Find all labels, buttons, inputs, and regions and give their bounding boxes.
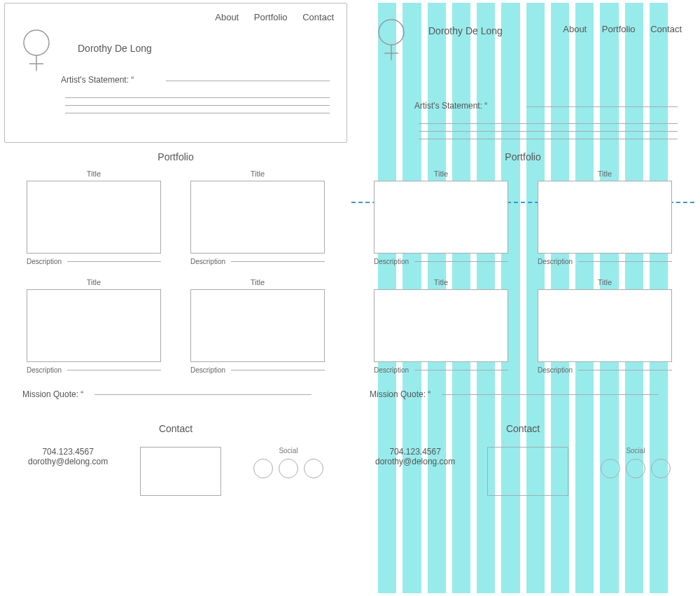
map-placeholder[interactable] <box>487 447 568 496</box>
nav-about[interactable]: About <box>215 12 239 22</box>
contact-phone: 704.123.4567 <box>375 447 455 457</box>
card-title: Title <box>190 169 325 178</box>
map-placeholder[interactable] <box>140 447 221 496</box>
card-description-label: Description <box>190 366 225 374</box>
text-rule <box>67 370 161 370</box>
svg-point-3 <box>379 20 404 45</box>
contact-heading: Contact <box>4 423 347 434</box>
social-label: Social <box>253 447 323 455</box>
artist-statement-label: Artist's Statement: “ <box>61 75 134 85</box>
contact-email: dorothy@delong.com <box>375 457 455 466</box>
portfolio-card: Title Description <box>190 169 325 265</box>
contact-row: 704.123.4567 dorothy@delong.com Social <box>4 434 347 496</box>
text-rule <box>414 370 508 370</box>
card-description-label: Description <box>190 258 225 265</box>
portfolio-card: Title Description <box>190 278 325 374</box>
text-rule <box>419 123 678 124</box>
portfolio-card: Title Description <box>374 278 508 374</box>
text-rule <box>65 97 330 98</box>
contact-email: dorothy@delong.com <box>28 457 108 466</box>
card-title: Title <box>538 169 672 178</box>
mission-quote-label: Mission Quote: “ <box>370 389 430 399</box>
nav-portfolio[interactable]: Portfolio <box>254 12 288 22</box>
portfolio-card: Title Description <box>374 169 508 265</box>
text-rule <box>578 370 672 370</box>
top-nav: About Portfolio Contact <box>550 24 682 34</box>
text-rule <box>67 261 161 262</box>
portfolio-card: Title Description <box>27 278 161 374</box>
mission-quote-row: Mission Quote: “ <box>22 389 329 399</box>
nav-about[interactable]: About <box>563 24 587 34</box>
text-rule <box>578 261 672 262</box>
text-rule <box>65 105 330 106</box>
text-rule <box>526 106 678 107</box>
card-description-label: Description <box>374 366 409 374</box>
image-placeholder[interactable] <box>27 181 161 254</box>
text-rule <box>442 394 659 395</box>
mission-quote-label: Mission Quote: “ <box>22 389 83 399</box>
social-icon[interactable] <box>304 459 323 478</box>
text-rule <box>419 139 678 139</box>
card-title: Title <box>27 169 161 178</box>
artist-name: Dorothy De Long <box>428 25 503 36</box>
card-title: Title <box>374 169 508 178</box>
card-title: Title <box>374 278 508 286</box>
portfolio-card: Title Description <box>27 169 161 265</box>
card-description-label: Description <box>538 258 573 265</box>
text-rule <box>419 131 678 132</box>
portfolio-card: Title Description <box>538 278 672 374</box>
contact-phone: 704.123.4567 <box>28 447 108 457</box>
card-description-label: Description <box>538 366 573 374</box>
card-description-label: Description <box>374 258 409 265</box>
text-rule <box>231 261 325 262</box>
artist-name: Dorothy De Long <box>78 43 152 54</box>
venus-symbol-icon <box>22 29 51 76</box>
text-rule <box>414 261 508 262</box>
contact-heading: Contact <box>351 423 694 434</box>
nav-portfolio[interactable]: Portfolio <box>602 24 636 34</box>
wireframe-panel-right: About Portfolio Contact Dorothy De Long … <box>351 3 694 593</box>
social-icon[interactable] <box>279 459 298 478</box>
venus-symbol-icon <box>377 18 406 66</box>
image-placeholder[interactable] <box>374 289 508 362</box>
top-nav: About Portfolio Contact <box>202 12 334 22</box>
nav-contact[interactable]: Contact <box>302 12 334 22</box>
social-label: Social <box>601 447 671 455</box>
mission-quote-row: Mission Quote: “ <box>370 389 676 399</box>
image-placeholder[interactable] <box>190 289 325 362</box>
card-title: Title <box>27 278 161 286</box>
social-icon[interactable] <box>601 459 620 478</box>
artist-statement-label: Artist's Statement: “ <box>414 101 487 111</box>
svg-point-0 <box>24 30 49 55</box>
card-description-label: Description <box>27 366 62 374</box>
hero-frame: About Portfolio Contact Dorothy De Long … <box>351 3 694 143</box>
image-placeholder[interactable] <box>27 289 161 362</box>
hero-frame: About Portfolio Contact Dorothy De Long … <box>4 3 347 143</box>
social-icon[interactable] <box>626 459 645 478</box>
text-rule <box>65 113 330 113</box>
text-rule <box>94 394 312 395</box>
text-rule <box>166 81 330 81</box>
wireframe-panel-left: About Portfolio Contact Dorothy De Long … <box>4 3 347 593</box>
image-placeholder[interactable] <box>374 181 508 254</box>
image-placeholder[interactable] <box>538 289 672 362</box>
card-description-label: Description <box>27 258 62 265</box>
social-icon[interactable] <box>253 459 273 478</box>
contact-row: 704.123.4567 dorothy@delong.com Social <box>351 434 694 496</box>
image-placeholder[interactable] <box>538 181 672 254</box>
social-icon[interactable] <box>651 459 671 478</box>
portfolio-grid: Title Description Title Description Titl… <box>4 169 347 374</box>
portfolio-heading: Portfolio <box>351 151 694 162</box>
text-rule <box>231 370 325 370</box>
portfolio-grid: Title Description Title Description Titl… <box>351 169 694 374</box>
card-title: Title <box>190 278 325 286</box>
nav-contact[interactable]: Contact <box>650 24 682 34</box>
portfolio-card: Title Description <box>538 169 672 265</box>
image-placeholder[interactable] <box>190 181 325 254</box>
portfolio-heading: Portfolio <box>4 151 347 162</box>
card-title: Title <box>538 278 672 286</box>
